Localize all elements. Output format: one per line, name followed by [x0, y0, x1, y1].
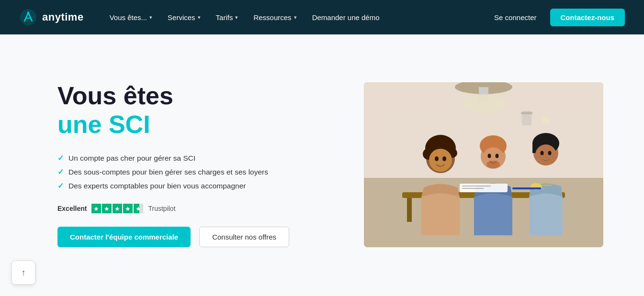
chevron-up-icon: ↑	[22, 268, 26, 278]
svg-point-18	[442, 156, 446, 161]
svg-point-29	[541, 151, 544, 155]
svg-point-22	[486, 161, 500, 168]
hero-section: Vous êtes une SCI ✓ Un compte pas cher p…	[0, 34, 644, 295]
star-5: ★	[134, 204, 143, 213]
svg-point-11	[542, 117, 550, 124]
login-button[interactable]: Se connecter	[488, 10, 542, 25]
scroll-to-top-button[interactable]: ↑	[11, 261, 35, 285]
main-nav: Vous êtes... ▾ Services ▾ Tarifs ▾ Resso…	[103, 10, 488, 25]
chevron-down-icon: ▾	[235, 14, 238, 21]
hero-illustration	[364, 82, 603, 247]
hero-features-list: ✓ Un compte pas cher pour gérer sa SCI ✓…	[57, 153, 335, 190]
hero-right	[364, 82, 603, 247]
nav-item-ressources[interactable]: Ressources ▾	[247, 10, 303, 25]
chevron-down-icon: ▾	[149, 14, 152, 21]
svg-rect-36	[512, 187, 541, 189]
svg-point-23	[488, 154, 491, 158]
trustpilot-label: Excellent	[57, 205, 87, 212]
hero-title-line1: Vous êtes	[57, 82, 335, 110]
svg-rect-9	[407, 198, 412, 222]
hero-buttons: Contacter l'équipe commerciale Consulter…	[57, 227, 335, 247]
svg-point-17	[435, 156, 439, 161]
list-item: ✓ Des experts comptables pour bien vous …	[57, 181, 335, 190]
svg-rect-39	[521, 112, 532, 114]
trustpilot-stars: ★ ★ ★ ★ ★	[91, 204, 143, 213]
star-2: ★	[102, 204, 112, 213]
nav-item-vous-etes[interactable]: Vous êtes... ▾	[103, 10, 159, 25]
star-4: ★	[123, 204, 133, 213]
brand-name: anytime	[42, 11, 84, 23]
check-icon: ✓	[57, 153, 64, 163]
list-item: ✓ Des sous-comptes pour bien gérer ses c…	[57, 167, 335, 176]
nav-cta-group: Se connecter Contactez-nous	[488, 9, 625, 26]
cta-secondary-button[interactable]: Consulter nos offres	[199, 227, 289, 247]
svg-point-24	[496, 154, 499, 158]
hero-left: Vous êtes une SCI ✓ Un compte pas cher p…	[57, 82, 335, 248]
svg-point-7	[462, 94, 505, 113]
anytime-logo-icon	[19, 8, 37, 26]
svg-rect-35	[542, 185, 552, 186]
svg-point-28	[535, 144, 556, 165]
list-item: ✓ Un compte pas cher pour gérer sa SCI	[57, 153, 335, 163]
hero-title-line2: une SCI	[57, 110, 335, 139]
nav-item-demo[interactable]: Demander une démo	[305, 10, 386, 25]
navbar: anytime Vous êtes... ▾ Services ▾ Tarifs…	[0, 0, 644, 34]
nav-item-tarifs[interactable]: Tarifs ▾	[209, 10, 245, 25]
chevron-down-icon: ▾	[198, 14, 201, 21]
svg-point-30	[548, 151, 552, 155]
svg-point-1	[27, 11, 30, 14]
svg-rect-32	[462, 186, 491, 186]
trustpilot-row: Excellent ★ ★ ★ ★ ★ Trustpilot	[57, 204, 335, 213]
svg-point-0	[20, 9, 36, 25]
star-1: ★	[91, 204, 101, 213]
cta-primary-button[interactable]: Contacter l'équipe commerciale	[57, 227, 191, 247]
svg-point-16	[429, 149, 452, 172]
check-icon: ✓	[57, 167, 64, 176]
star-3: ★	[113, 204, 122, 213]
trustpilot-logo: Trustpilot	[148, 205, 175, 212]
contact-button[interactable]: Contactez-nous	[550, 9, 625, 26]
hero-image	[364, 82, 603, 247]
check-icon: ✓	[57, 181, 64, 190]
logo-link[interactable]: anytime	[19, 8, 84, 26]
svg-rect-33	[462, 188, 484, 189]
chevron-down-icon: ▾	[294, 14, 297, 21]
nav-item-services[interactable]: Services ▾	[161, 10, 207, 25]
